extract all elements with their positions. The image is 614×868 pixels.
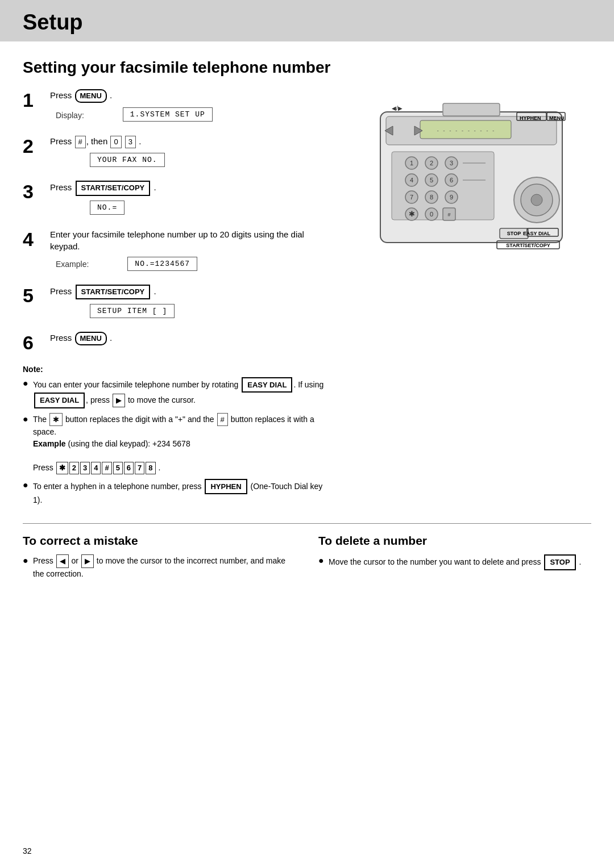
step-4-content: Enter your facsimile telephone number up…	[50, 228, 334, 276]
step-2-display-row: YOUR FAX NO.	[56, 152, 334, 169]
two-column-layout: 1 Press MENU . Display: 1.SYSTEM SET UP …	[23, 89, 591, 511]
step-4-example-row: Example: NO.=1234567	[56, 256, 334, 273]
step-3-text: Press START/SET/COPY .	[50, 181, 334, 195]
stop-button-delete: STOP	[544, 554, 575, 570]
step-4-example-label: Example:	[56, 260, 89, 269]
page-title: Setup	[23, 10, 591, 35]
delete-number-text: Move the cursor to the number you want t…	[329, 554, 591, 570]
correct-mistake-title: To correct a mistake	[23, 534, 296, 548]
header-bar: Setup	[0, 0, 614, 41]
step-6-text: Press MENU .	[50, 332, 334, 345]
svg-text:#: #	[447, 212, 450, 218]
step-1-number: 1	[23, 90, 50, 110]
note-title: Note:	[23, 365, 334, 374]
svg-text:STOP: STOP	[507, 231, 520, 236]
svg-text:3: 3	[450, 160, 453, 166]
seq-2: 2	[69, 462, 79, 474]
step-4-number: 4	[23, 229, 50, 249]
step-5-content: Press START/SET/COPY . SETUP ITEM [ ]	[50, 285, 334, 323]
svg-text:- - - - - - - - - -: - - - - - - - - - -	[436, 128, 495, 133]
step-5-text: Press START/SET/COPY .	[50, 285, 334, 299]
note-item-2-text: The ✱ button replaces the digit with a "…	[33, 413, 334, 474]
bottom-section: To correct a mistake ● Press ◀ or ▶ to m…	[23, 534, 591, 596]
step-4-example-value: NO.=1234567	[127, 257, 197, 271]
device-illustration-col: - - - - - - - - - - HYPHEN MENU	[351, 89, 591, 511]
seq-8: 8	[146, 462, 155, 474]
correct-mistake-item: ● Press ◀ or ▶ to move the cursor to the…	[23, 554, 296, 580]
step-2: 2 Press #, then 0 3 . YOUR FAX NO.	[23, 135, 334, 172]
section-divider	[23, 523, 591, 524]
page-number: 32	[23, 846, 32, 856]
star-key: ✱	[49, 413, 63, 427]
hash-key-2: #	[217, 413, 228, 427]
step-1-display-row: Display: 1.SYSTEM SET UP	[56, 106, 334, 124]
correct-mistake-col: To correct a mistake ● Press ◀ or ▶ to m…	[23, 534, 296, 585]
step-3-number: 3	[23, 182, 50, 201]
svg-text:2: 2	[430, 160, 433, 166]
delete-bullet: ●	[318, 554, 329, 570]
svg-rect-46	[443, 103, 500, 116]
seq-3: 3	[80, 462, 90, 474]
step-2-text: Press #, then 0 3 .	[50, 135, 334, 148]
seq-6: 6	[124, 462, 134, 474]
step-1: 1 Press MENU . Display: 1.SYSTEM SET UP	[23, 89, 334, 126]
bullet-1: ●	[23, 377, 33, 408]
svg-text:◀/▶: ◀/▶	[392, 105, 403, 111]
step-4-text: Enter your facsimile telephone number up…	[50, 228, 334, 252]
seq-7: 7	[135, 462, 144, 474]
step-4: 4 Enter your facsimile telephone number …	[23, 228, 334, 276]
note-item-3-text: To enter a hyphen in a telephone number,…	[33, 479, 334, 507]
step-1-content: Press MENU . Display: 1.SYSTEM SET UP	[50, 89, 334, 126]
steps-column: 1 Press MENU . Display: 1.SYSTEM SET UP …	[23, 89, 334, 511]
bullet-3: ●	[23, 478, 33, 507]
svg-text:8: 8	[430, 194, 433, 201]
svg-text:9: 9	[450, 194, 453, 201]
note-section: Note: ● You can enter your facsimile tel…	[23, 365, 334, 507]
correct-bullet: ●	[23, 554, 33, 580]
step-5: 5 Press START/SET/COPY . SETUP ITEM [ ]	[23, 285, 334, 323]
svg-text:7: 7	[410, 194, 413, 201]
delete-number-title: To delete a number	[318, 534, 591, 548]
step-1-display-label: Display:	[56, 111, 84, 120]
device-wrapper: - - - - - - - - - - HYPHEN MENU	[375, 95, 568, 271]
svg-text:4: 4	[410, 177, 413, 183]
seq-4: 4	[91, 462, 101, 474]
svg-text:START/SET/COPY: START/SET/COPY	[506, 243, 550, 248]
seq-star: ✱	[56, 462, 68, 474]
easy-dial-btn-1: EASY DIAL	[242, 377, 292, 393]
left-arrow-btn: ◀	[56, 554, 69, 568]
step-5-display-value: SETUP ITEM [ ]	[90, 304, 175, 318]
note-item-1-text: You can enter your facsimile telephone n…	[33, 377, 334, 408]
step-5-display-row: SETUP ITEM [ ]	[56, 303, 334, 320]
correct-mistake-text: Press ◀ or ▶ to move the cursor to the i…	[33, 554, 296, 580]
fax-machine-svg: - - - - - - - - - - HYPHEN MENU	[375, 95, 568, 271]
svg-point-39	[531, 194, 542, 206]
step-2-display-value: YOUR FAX NO.	[90, 153, 165, 167]
svg-text:1: 1	[410, 160, 413, 166]
step-6: 6 Press MENU .	[23, 332, 334, 352]
step-3: 3 Press START/SET/COPY . NO.=	[23, 181, 334, 219]
zero-key: 0	[110, 136, 121, 148]
step-3-display-value: NO.=	[90, 201, 125, 215]
hash-key: #	[75, 136, 86, 148]
delete-number-item: ● Move the cursor to the number you want…	[318, 554, 591, 570]
start-set-copy-button-3: START/SET/COPY	[76, 181, 151, 195]
step-3-display-row: NO.=	[56, 199, 334, 217]
menu-button-1: MENU	[75, 89, 107, 103]
delete-number-col: To delete a number ● Move the cursor to …	[318, 534, 591, 585]
menu-button-6: MENU	[75, 332, 107, 345]
step-3-content: Press START/SET/COPY . NO.=	[50, 181, 334, 219]
start-set-copy-button-5: START/SET/COPY	[76, 285, 151, 299]
note-item-2: ● The ✱ button replaces the digit with a…	[23, 413, 334, 474]
note-item-3: ● To enter a hyphen in a telephone numbe…	[23, 479, 334, 507]
step-1-text: Press MENU .	[50, 89, 334, 103]
note-item-1: ● You can enter your facsimile telephone…	[23, 377, 334, 408]
main-content: Setting your facsimile telephone number …	[0, 41, 614, 596]
step-6-content: Press MENU .	[50, 332, 334, 349]
svg-text:0: 0	[430, 211, 433, 218]
hyphen-button: HYPHEN	[205, 479, 247, 495]
page: Setup Setting your facsimile telephone n…	[0, 0, 614, 868]
step-1-display-value: 1.SYSTEM SET UP	[123, 107, 213, 122]
step-2-content: Press #, then 0 3 . YOUR FAX NO.	[50, 135, 334, 172]
easy-dial-btn-2: EASY DIAL	[34, 393, 85, 408]
